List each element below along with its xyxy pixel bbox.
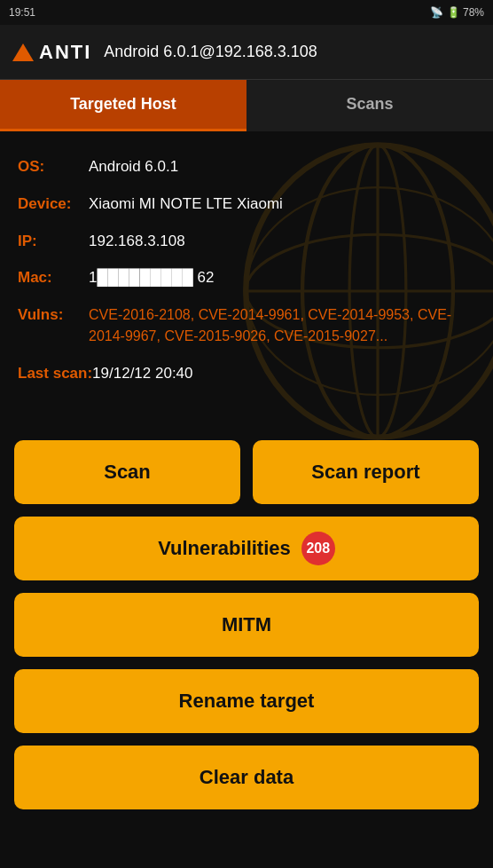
- tab-bar: Targeted Host Scans: [0, 80, 493, 131]
- tab-targeted-host[interactable]: Targeted Host: [0, 80, 246, 131]
- lastscan-label: Last scan:: [18, 363, 92, 384]
- scan-report-button[interactable]: Scan report: [253, 440, 479, 504]
- status-time: 19:51: [9, 6, 35, 19]
- vulnerabilities-label: Vulnerabilities: [158, 537, 291, 560]
- lastscan-value: 19/12/12 20:40: [92, 363, 192, 384]
- device-value: Xiaomi MI NOTE LTE Xiaomi: [89, 193, 283, 215]
- mitm-button[interactable]: MITM: [14, 593, 479, 657]
- ip-value: 192.168.3.108: [89, 231, 185, 252]
- header: ANTI Android 6.0.1@192.168.3.108: [0, 25, 493, 80]
- main-panel: OS: Android 6.0.1 Device: Xiaomi MI NOTE…: [0, 131, 493, 433]
- scan-button[interactable]: Scan: [14, 440, 240, 504]
- vulns-label: Vulns:: [18, 304, 89, 326]
- device-row: Device: Xiaomi MI NOTE LTE Xiaomi: [18, 193, 475, 215]
- lastscan-row: Last scan: 19/12/12 20:40: [18, 363, 475, 384]
- mac-row: Mac: 1█████████ 62: [18, 267, 475, 288]
- os-row: OS: Android 6.0.1: [18, 156, 475, 178]
- status-bar: 19:51 📡 🔋 78%: [0, 0, 493, 25]
- ip-label: IP:: [18, 231, 89, 252]
- action-buttons: Scan Scan report Vulnerabilities 208 MIT…: [0, 433, 493, 817]
- device-label: Device:: [18, 193, 89, 215]
- ip-row: IP: 192.168.3.108: [18, 231, 475, 252]
- logo-text: ANTI: [39, 41, 91, 64]
- os-label: OS:: [18, 156, 89, 178]
- scan-buttons-row: Scan Scan report: [14, 440, 479, 504]
- rename-target-button[interactable]: Rename target: [14, 669, 479, 733]
- header-title: Android 6.0.1@192.168.3.108: [104, 43, 317, 61]
- vulns-row: Vulns: CVE-2016-2108, CVE-2014-9961, CVE…: [18, 304, 475, 347]
- vulnerabilities-button[interactable]: Vulnerabilities 208: [14, 517, 479, 580]
- status-icons: 📡 🔋 78%: [430, 6, 484, 19]
- vulnerabilities-badge: 208: [301, 532, 335, 565]
- logo-triangle-icon: [12, 43, 34, 61]
- os-value: Android 6.0.1: [89, 156, 178, 178]
- tab-scans[interactable]: Scans: [246, 80, 493, 131]
- mac-value: 1█████████ 62: [89, 267, 215, 288]
- device-info-table: OS: Android 6.0.1 Device: Xiaomi MI NOTE…: [18, 156, 475, 384]
- mac-label: Mac:: [18, 267, 89, 288]
- app-logo: ANTI: [12, 41, 91, 64]
- clear-data-button[interactable]: Clear data: [14, 746, 479, 809]
- vulns-value: CVE-2016-2108, CVE-2014-9961, CVE-2014-9…: [89, 304, 475, 347]
